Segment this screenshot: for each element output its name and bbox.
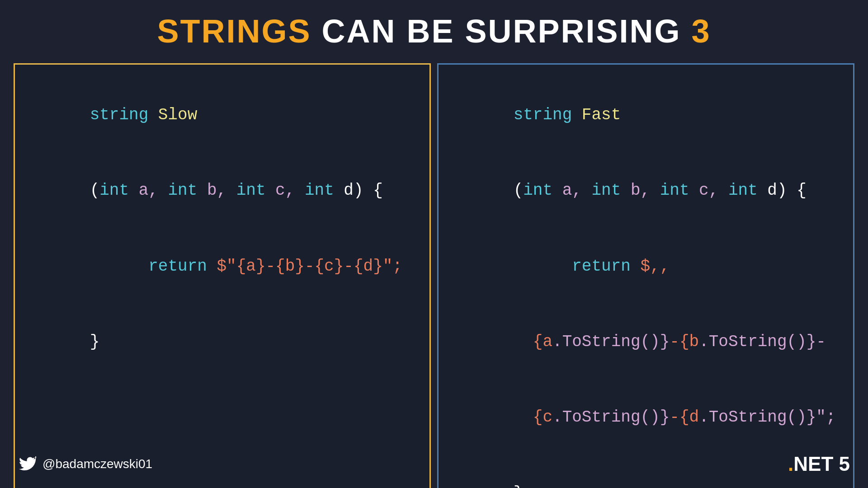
slow-line-1: string Slow [31,77,413,153]
slow-name-1: Slow [158,106,197,124]
title-number: 3 [692,13,711,49]
slow-line-2: (int a, int b, int c, int d) { [31,153,413,228]
fast-line-1: string Fast [455,77,837,153]
fast-line-3: return $,, [455,229,837,304]
twitter-icon [18,455,36,473]
twitter-handle-area: @badamczewski01 [18,455,152,473]
title-strings: STRINGS [157,13,311,49]
slow-type-1: string [90,106,158,124]
dotnet-badge: .NET 5 [788,453,850,475]
fast-line-4: {a.ToString()}-{b.ToString()}- [455,304,837,380]
fast-line-2: (int a, int b, int c, int d) { [455,153,837,228]
twitter-handle-text: @badamczewski01 [42,457,152,471]
slow-code-panel: string Slow (int a, int b, int c, int d)… [14,63,431,488]
title-area: STRINGS CAN BE SURPRISING 3 [0,0,868,59]
fast-code-panel: string Fast (int a, int b, int c, int d)… [437,63,854,488]
code-panels: string Slow (int a, int b, int c, int d)… [14,63,854,488]
footer: @badamczewski01 .NET 5 [0,453,868,475]
fast-line-5: {c.ToString()}-{d.ToString()}"; [455,380,837,455]
slow-line-4: } [31,304,413,380]
slow-line-3: return $"{a}-{b}-{c}-{d}"; [31,229,413,304]
title-rest: CAN BE SURPRISING [311,13,691,49]
